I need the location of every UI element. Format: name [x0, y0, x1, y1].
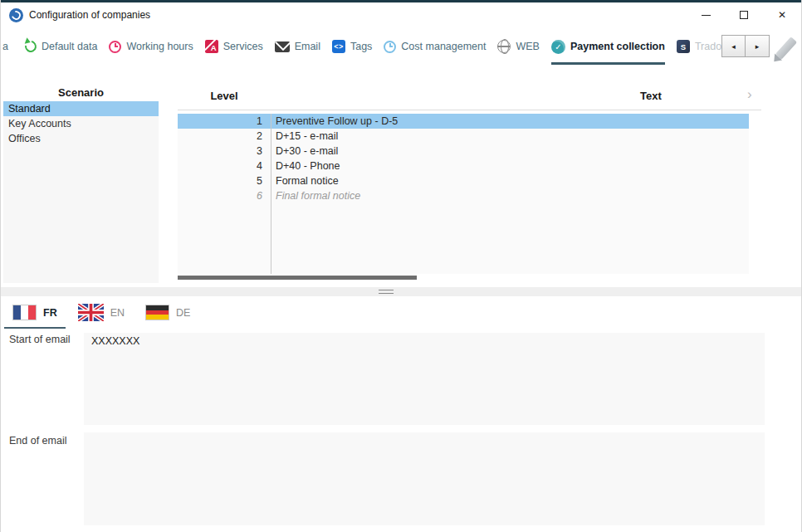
toolbar: a Default data Working hours A Services … [1, 28, 801, 65]
scenario-header: Scenario [3, 86, 159, 99]
clock-pink-icon [109, 41, 121, 53]
toolbar-tabs: Default data Working hours A Services Em… [25, 28, 726, 65]
titlebar: Configuration of companies ✕ [1, 2, 801, 27]
close-button[interactable]: ✕ [763, 2, 801, 27]
tab-label: Default data [42, 41, 97, 52]
tab-label: Working hours [126, 41, 193, 52]
payment-check-icon: ✓ [551, 40, 565, 54]
lang-tab-de[interactable]: DE [137, 300, 198, 329]
window-controls: ✕ [687, 2, 801, 27]
tab-label: WEB [516, 41, 539, 52]
maximize-button[interactable] [725, 2, 763, 27]
table-row[interactable]: 5 Formal notice [178, 173, 749, 188]
flag-uk-icon [78, 304, 104, 321]
lang-tab-en[interactable]: EN [70, 300, 133, 329]
refresh-icon [22, 38, 38, 54]
tab-scrollers: ◂ ▸ [721, 35, 770, 57]
text-cell: D+30 - e-mail [267, 144, 338, 159]
lang-label: EN [110, 307, 125, 319]
start-of-email-input[interactable]: XXXXXXX [84, 333, 765, 425]
tab-scroll-right-button[interactable]: ▸ [746, 35, 770, 57]
language-tabs: FR EN DE [4, 300, 198, 329]
arrow-left-icon: ◂ [731, 42, 736, 51]
maximize-icon [740, 11, 748, 19]
tab-default-data[interactable]: Default data [25, 28, 97, 65]
pane-splitter[interactable] [1, 287, 802, 296]
tab-label: Payment collection [570, 41, 665, 52]
table-row[interactable]: 1 Preventive Follow up - D-5 [178, 114, 749, 129]
flag-germany-icon [145, 305, 169, 320]
scenario-item-offices[interactable]: Offices [3, 131, 159, 146]
tab-payment-collection[interactable]: ✓ Payment collection [551, 28, 665, 65]
tab-services[interactable]: A Services [205, 28, 263, 65]
level-column-header: Level [178, 90, 271, 102]
text-column-header: Text [640, 90, 662, 102]
envelope-icon [275, 41, 290, 52]
column-divider [271, 114, 271, 274]
table-row[interactable]: 2 D+15 - e-mail [178, 129, 749, 144]
table-header-divider [178, 110, 761, 110]
end-of-email-label: End of email [9, 435, 66, 447]
app-logo-icon [9, 8, 23, 22]
end-of-email-input[interactable] [84, 432, 765, 525]
clock-blue-icon [384, 41, 396, 53]
level-cell: 2 [178, 129, 267, 144]
text-cell: Preventive Follow up - D-5 [267, 114, 398, 129]
tab-tags[interactable]: <> Tags [332, 28, 372, 65]
tab-label: Email [295, 41, 320, 52]
level-cell: 6 [178, 188, 267, 203]
tab-email[interactable]: Email [275, 28, 320, 65]
horizontal-scrollbar-thumb[interactable] [178, 276, 417, 280]
text-cell: D+40 - Phone [267, 159, 340, 173]
tab-cost-management[interactable]: Cost management [384, 28, 486, 65]
lang-label: FR [43, 307, 57, 319]
text-cell: Formal notice [267, 173, 339, 188]
tab-web[interactable]: WEB [497, 28, 539, 65]
scenario-item-standard[interactable]: Standard [3, 101, 159, 116]
tab-trados[interactable]: S Trados [677, 28, 726, 65]
table-row[interactable]: 3 D+30 - e-mail [178, 144, 749, 159]
tab-scroll-left-button[interactable]: ◂ [721, 35, 746, 57]
tab-label: Cost management [401, 41, 486, 52]
minimize-icon [702, 15, 711, 16]
scenario-item-key-accounts[interactable]: Key Accounts [3, 116, 159, 131]
window-title: Configuration of companies [29, 9, 150, 21]
tags-icon: <> [332, 40, 345, 53]
trados-icon: S [677, 40, 690, 53]
splitter-handle-icon[interactable] [379, 290, 394, 294]
translate-icon: A [205, 40, 218, 53]
scenario-list: Standard Key Accounts Offices [3, 101, 159, 283]
tab-label: Tags [350, 41, 372, 52]
level-cell: 3 [178, 144, 267, 159]
start-of-email-label: Start of email [9, 334, 71, 345]
close-icon: ✕ [778, 9, 786, 21]
level-cell: 4 [178, 159, 267, 173]
lang-tab-fr[interactable]: FR [4, 300, 66, 329]
arrow-right-icon: ▸ [756, 42, 760, 51]
tab-working-hours[interactable]: Working hours [109, 28, 193, 65]
level-cell: 5 [178, 173, 267, 188]
flag-france-icon [12, 305, 37, 320]
table-row[interactable]: 4 D+40 - Phone [178, 159, 749, 173]
tab-label: Services [223, 41, 263, 52]
chevron-right-icon[interactable]: › [747, 86, 752, 103]
minimize-button[interactable] [687, 2, 725, 27]
text-cell: Final formal notice [267, 188, 360, 203]
globe-icon [497, 40, 511, 53]
lang-label: DE [176, 307, 190, 319]
text-cell: D+15 - e-mail [267, 129, 338, 144]
levels-grid: 1 Preventive Follow up - D-5 2 D+15 - e-… [178, 114, 749, 274]
table-row[interactable]: 6 Final formal notice [178, 188, 749, 203]
level-cell: 1 [178, 114, 267, 129]
clipped-tab-label[interactable]: a [2, 41, 8, 52]
